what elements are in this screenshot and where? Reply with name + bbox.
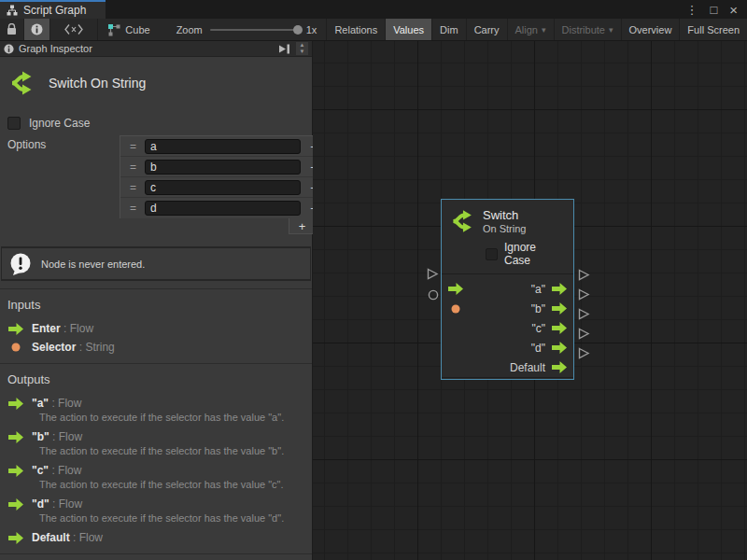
inspector-bottom-area	[0, 553, 312, 560]
dock-panel-button[interactable]	[278, 44, 291, 54]
option-row: = −	[120, 157, 327, 177]
output-port-b: "b" : Flow	[0, 427, 312, 445]
panel-scroll-arrows[interactable]: ▲ ▼	[296, 42, 308, 55]
scroll-down-icon[interactable]: ▼	[296, 49, 308, 55]
overview-button[interactable]: Overview	[622, 19, 681, 40]
node-ignore-case-row: Ignore Case	[486, 241, 565, 267]
dim-button[interactable]: Dim	[432, 19, 467, 40]
selector-port-icon[interactable]	[451, 304, 460, 314]
flow-arrow-icon	[7, 431, 23, 443]
graph-node-icon	[107, 23, 120, 36]
switch-on-string-icon	[450, 207, 474, 235]
output-port-default: Default : Flow	[0, 527, 312, 546]
port-b-label: "b"	[531, 302, 545, 315]
inputs-section: Inputs Enter : Flow Selector : String	[0, 288, 312, 363]
option-input[interactable]	[145, 180, 301, 195]
drag-handle-icon[interactable]: =	[120, 202, 145, 215]
maximize-icon[interactable]: □	[710, 4, 717, 16]
output-port-a: "a" : Flow	[0, 393, 312, 412]
tab-script-graph[interactable]: Script Graph	[0, 0, 106, 19]
node-ignore-case-checkbox[interactable]	[486, 248, 498, 260]
option-row: = −	[120, 198, 327, 218]
ignore-case-label: Ignore Case	[29, 117, 90, 130]
zoom-slider[interactable]	[210, 29, 299, 31]
port-c-label: "c"	[531, 322, 545, 335]
output-port-c: "c" : Flow	[0, 460, 312, 479]
drag-handle-icon[interactable]: =	[120, 181, 145, 194]
port-d-external-triangle[interactable]	[578, 328, 590, 340]
drag-handle-icon[interactable]: =	[120, 140, 145, 153]
warning-icon	[9, 253, 31, 274]
node-ignore-case-label: Ignore Case	[504, 241, 565, 267]
node-header: Switch On String Ignore Case	[442, 200, 573, 273]
port-a-flow-icon[interactable]	[552, 283, 567, 295]
selector-port-external-circle[interactable]	[428, 289, 439, 301]
code-icon	[64, 24, 83, 35]
flow-arrow-icon	[7, 398, 23, 410]
port-b-flow-icon[interactable]	[552, 302, 567, 315]
option-row: = −	[120, 177, 327, 198]
input-port-enter: Enter : Flow	[0, 318, 312, 337]
output-port-d-description: The action to execute if the selector ha…	[0, 512, 312, 527]
drag-handle-icon[interactable]: =	[120, 161, 145, 174]
inspector-toggle-button[interactable]	[24, 19, 50, 40]
enter-port-icon[interactable]	[448, 283, 463, 295]
port-a-external-triangle[interactable]	[578, 269, 590, 281]
fullscreen-button[interactable]: Full Screen	[680, 19, 747, 40]
graph-canvas[interactable]: Switch On String Ignore Case "a"	[313, 41, 747, 560]
kebab-menu-icon[interactable]: ⋮	[685, 4, 698, 16]
option-input[interactable]	[145, 139, 301, 154]
lock-icon	[7, 23, 17, 35]
zoom-label: Zoom	[176, 24, 203, 35]
node-subtitle: On String	[483, 223, 526, 234]
code-preview-button[interactable]	[50, 19, 98, 40]
option-input[interactable]	[145, 201, 301, 216]
warning-box: Node is never entered.	[2, 247, 310, 280]
values-button[interactable]: Values	[386, 19, 432, 40]
node-body: "a" "b" "c"	[442, 273, 573, 377]
add-option-button[interactable]: +	[289, 218, 316, 234]
zoom-slider-handle[interactable]	[293, 25, 303, 35]
input-port-selector: Selector : String	[0, 337, 312, 356]
tab-bar: Script Graph ⋮ □ ×	[0, 0, 747, 19]
outputs-title: Outputs	[0, 364, 312, 393]
output-port-b-description: The action to execute if the selector ha…	[0, 445, 312, 460]
inputs-title: Inputs	[0, 289, 312, 318]
distribute-dropdown[interactable]: Distribute▾	[555, 19, 622, 40]
lock-button[interactable]	[0, 19, 24, 40]
info-icon	[31, 23, 43, 35]
inspector-title: Graph Inspector	[19, 43, 274, 54]
zoom-value: 1x	[306, 24, 317, 35]
chevron-down-icon: ▾	[609, 25, 613, 35]
node-footer	[442, 377, 573, 386]
relations-button[interactable]: Relations	[326, 19, 386, 40]
carry-button[interactable]: Carry	[467, 19, 508, 40]
options-label: Options	[7, 135, 120, 151]
ignore-case-row: Ignore Case	[0, 115, 312, 132]
port-d-flow-icon[interactable]	[552, 342, 567, 354]
ignore-case-checkbox[interactable]	[7, 117, 21, 130]
graph-toolbar: Cube Zoom 1x Relations Values Dim Carry …	[0, 19, 747, 41]
string-port-icon	[7, 343, 23, 352]
node-title: Switch On String	[49, 76, 146, 91]
port-default-external-triangle[interactable]	[578, 347, 590, 359]
align-dropdown[interactable]: Align▾	[508, 19, 555, 40]
port-b-external-triangle[interactable]	[578, 288, 590, 301]
scroll-up-icon[interactable]: ▲	[296, 42, 308, 49]
option-input[interactable]	[145, 160, 301, 175]
output-port-a-description: The action to execute if the selector ha…	[0, 412, 312, 427]
script-graph-window: Script Graph ⋮ □ × Cube	[0, 0, 747, 560]
switch-on-string-node[interactable]: Switch On String Ignore Case "a"	[441, 199, 574, 380]
port-c-flow-icon[interactable]	[552, 322, 567, 334]
flow-arrow-icon	[7, 532, 23, 544]
port-c-external-triangle[interactable]	[578, 308, 590, 320]
enter-port-external-triangle[interactable]	[427, 268, 439, 280]
graph-target-chip[interactable]: Cube	[98, 19, 159, 40]
close-icon[interactable]: ×	[729, 3, 738, 17]
port-default-flow-icon[interactable]	[552, 361, 567, 373]
warning-text: Node is never entered.	[41, 259, 145, 270]
flow-arrow-icon	[7, 323, 23, 335]
window-controls: ⋮ □ ×	[685, 0, 747, 19]
node-title-header: Switch On String	[0, 57, 312, 115]
add-option-row: +	[120, 218, 328, 234]
